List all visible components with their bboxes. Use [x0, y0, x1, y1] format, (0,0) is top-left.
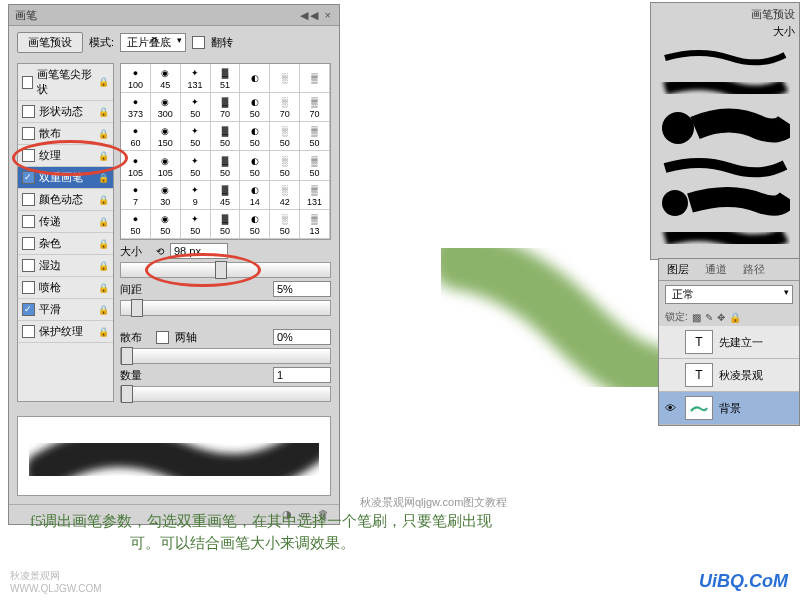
brush-swatch[interactable]: ●7 [121, 181, 151, 210]
brush-swatch[interactable]: ▓45 [211, 181, 241, 210]
panel-controls[interactable]: ◀◀ × [300, 9, 333, 22]
option-checkbox[interactable] [22, 76, 33, 89]
brush-swatch[interactable]: ▓50 [211, 151, 241, 180]
lock-icon[interactable]: 🔒 [98, 77, 109, 87]
brush-swatch[interactable]: ◐50 [240, 93, 270, 122]
option-checkbox[interactable] [22, 105, 35, 118]
lock-move-icon[interactable]: ✥ [717, 312, 725, 323]
option-双重画笔[interactable]: 双重画笔🔒 [18, 167, 113, 189]
brush-swatch[interactable]: ▒13 [300, 210, 330, 239]
size-slider[interactable] [120, 262, 331, 278]
brush-swatch[interactable]: ◉50 [151, 210, 181, 239]
lock-transparent-icon[interactable]: ▩ [692, 312, 701, 323]
brush-swatch[interactable]: ✦50 [181, 210, 211, 239]
brush-grid[interactable]: ●100◉45✦131▓51◐░▒●373◉300✦50▓70◐50░70▒70… [120, 63, 331, 240]
preset-strokes[interactable] [660, 43, 790, 253]
brush-swatch[interactable]: ░ [270, 64, 300, 93]
brush-swatch[interactable]: ░50 [270, 122, 300, 151]
option-湿边[interactable]: 湿边🔒 [18, 255, 113, 277]
brush-swatch[interactable]: ▓70 [211, 93, 241, 122]
scatter-slider[interactable] [120, 348, 331, 364]
mode-dropdown[interactable]: 正片叠底 [120, 33, 186, 52]
lock-icon[interactable]: 🔒 [98, 239, 109, 249]
brush-swatch[interactable]: ✦50 [181, 93, 211, 122]
option-checkbox[interactable] [22, 259, 35, 272]
option-散布[interactable]: 散布🔒 [18, 123, 113, 145]
brush-swatch[interactable]: ✦131 [181, 64, 211, 93]
brush-swatch[interactable]: ◐50 [240, 151, 270, 180]
lock-icon[interactable]: 🔒 [98, 107, 109, 117]
tab-channels[interactable]: 通道 [697, 259, 735, 280]
option-checkbox[interactable] [22, 281, 35, 294]
flip-icon[interactable]: ⟲ [156, 246, 164, 257]
tab-layers[interactable]: 图层 [659, 259, 697, 280]
option-checkbox[interactable] [22, 237, 35, 250]
brush-swatch[interactable]: ●105 [121, 151, 151, 180]
brush-swatch[interactable]: ✦9 [181, 181, 211, 210]
spacing-slider[interactable] [120, 300, 331, 316]
brush-swatch[interactable]: ░50 [270, 210, 300, 239]
option-checkbox[interactable] [22, 303, 35, 316]
option-checkbox[interactable] [22, 127, 35, 140]
brush-swatch[interactable]: ●373 [121, 93, 151, 122]
lock-icon[interactable]: 🔒 [98, 151, 109, 161]
brush-swatch[interactable]: ▓50 [211, 210, 241, 239]
option-传递[interactable]: 传递🔒 [18, 211, 113, 233]
option-颜色动态[interactable]: 颜色动态🔒 [18, 189, 113, 211]
presets-title[interactable]: 画笔预设 [751, 7, 795, 22]
flip-checkbox[interactable] [192, 36, 205, 49]
brush-swatch[interactable]: ▓50 [211, 122, 241, 151]
blend-mode-dropdown[interactable]: 正常 [665, 285, 793, 304]
lock-paint-icon[interactable]: ✎ [705, 312, 713, 323]
brush-swatch[interactable]: ▒50 [300, 151, 330, 180]
both-axes-checkbox[interactable] [156, 331, 169, 344]
lock-icon[interactable]: 🔒 [98, 327, 109, 337]
lock-icon[interactable]: 🔒 [98, 173, 109, 183]
brush-swatch[interactable]: ✦50 [181, 122, 211, 151]
option-checkbox[interactable] [22, 215, 35, 228]
visibility-icon[interactable]: 👁 [665, 402, 679, 414]
brush-preset-button[interactable]: 画笔预设 [17, 32, 83, 53]
brush-swatch[interactable]: ▒ [300, 64, 330, 93]
brush-swatch[interactable]: ◉105 [151, 151, 181, 180]
brush-swatch[interactable]: ░50 [270, 151, 300, 180]
brush-swatch[interactable]: ░70 [270, 93, 300, 122]
lock-icon[interactable]: 🔒 [98, 129, 109, 139]
option-形状动态[interactable]: 形状动态🔒 [18, 101, 113, 123]
brush-swatch[interactable]: ◉150 [151, 122, 181, 151]
count-slider[interactable] [120, 386, 331, 402]
count-value[interactable]: 1 [273, 367, 331, 383]
brush-swatch[interactable]: ░42 [270, 181, 300, 210]
brush-swatch[interactable]: ◐14 [240, 181, 270, 210]
brush-swatch[interactable]: ●60 [121, 122, 151, 151]
option-画笔笔尖形状[interactable]: 画笔笔尖形状🔒 [18, 64, 113, 101]
brush-swatch[interactable]: ▒50 [300, 122, 330, 151]
brush-swatch[interactable]: ▒70 [300, 93, 330, 122]
option-checkbox[interactable] [22, 325, 35, 338]
option-保护纹理[interactable]: 保护纹理🔒 [18, 321, 113, 343]
layer-row[interactable]: 👁背景 [659, 392, 799, 425]
option-杂色[interactable]: 杂色🔒 [18, 233, 113, 255]
lock-icon[interactable]: 🔒 [98, 217, 109, 227]
brush-swatch[interactable]: ●100 [121, 64, 151, 93]
option-checkbox[interactable] [22, 149, 35, 162]
brush-swatch[interactable]: ◐ [240, 64, 270, 93]
lock-icon[interactable]: 🔒 [98, 195, 109, 205]
lock-all-icon[interactable]: 🔒 [729, 312, 741, 323]
spacing-value[interactable]: 5% [273, 281, 331, 297]
lock-icon[interactable]: 🔒 [98, 305, 109, 315]
layer-row[interactable]: T先建立一 [659, 326, 799, 359]
brush-swatch[interactable]: ▒131 [300, 181, 330, 210]
option-checkbox[interactable] [22, 171, 35, 184]
brush-swatch[interactable]: ◐50 [240, 210, 270, 239]
brush-swatch[interactable]: ●50 [121, 210, 151, 239]
option-纹理[interactable]: 纹理🔒 [18, 145, 113, 167]
brush-swatch[interactable]: ✦50 [181, 151, 211, 180]
option-平滑[interactable]: 平滑🔒 [18, 299, 113, 321]
brush-swatch[interactable]: ◉45 [151, 64, 181, 93]
brush-swatch[interactable]: ◉300 [151, 93, 181, 122]
option-喷枪[interactable]: 喷枪🔒 [18, 277, 113, 299]
tab-paths[interactable]: 路径 [735, 259, 773, 280]
scatter-value[interactable]: 0% [273, 329, 331, 345]
brush-swatch[interactable]: ◉30 [151, 181, 181, 210]
